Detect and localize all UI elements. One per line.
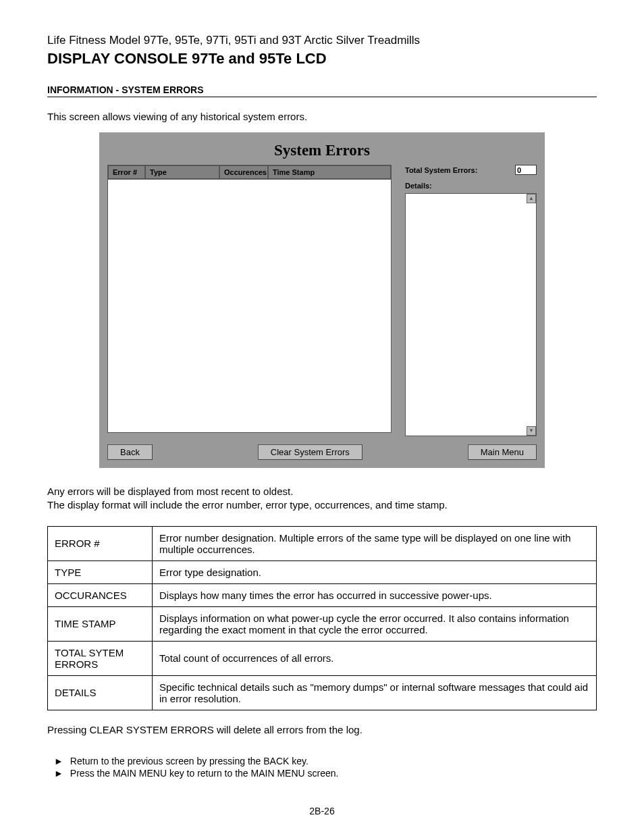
document-title: DISPLAY CONSOLE 97Te and 95Te LCD bbox=[47, 50, 597, 68]
error-list-body bbox=[107, 180, 392, 433]
table-row: TOTAL SYTEM ERRORSTotal count of occurre… bbox=[48, 641, 597, 675]
total-errors-label: Total System Errors: bbox=[405, 166, 477, 174]
definition-desc: Error type designation. bbox=[153, 561, 597, 583]
col-occurences: Occurences bbox=[219, 165, 268, 179]
back-button[interactable]: Back bbox=[107, 444, 153, 460]
definition-desc: Displays information on what power-up cy… bbox=[153, 606, 597, 641]
definition-term: TOTAL SYTEM ERRORS bbox=[48, 641, 153, 675]
definition-term: TYPE bbox=[48, 561, 153, 583]
scroll-down-icon[interactable]: ▼ bbox=[527, 426, 536, 436]
list-item: ►Press the MAIN MENU key to return to th… bbox=[54, 768, 597, 779]
list-item: ►Return to the previous screen by pressi… bbox=[54, 756, 597, 766]
nav-bullets: ►Return to the previous screen by pressi… bbox=[54, 756, 597, 779]
section-header: INFORMATION - SYSTEM ERRORS bbox=[47, 84, 597, 97]
definition-term: DETAILS bbox=[48, 675, 153, 710]
intro-text: This screen allows viewing of any histor… bbox=[47, 111, 597, 122]
arrow-icon: ► bbox=[54, 756, 63, 766]
table-row: DETAILSSpecific technical details such a… bbox=[48, 675, 597, 710]
document-subtitle: Life Fitness Model 97Te, 95Te, 97Ti, 95T… bbox=[47, 34, 597, 47]
arrow-icon: ► bbox=[54, 768, 63, 779]
table-row: TYPEError type designation. bbox=[48, 561, 597, 583]
col-type: Type bbox=[145, 165, 219, 179]
error-table-header: Error # Type Occurences Time Stamp bbox=[107, 165, 392, 180]
page-number: 2B-26 bbox=[47, 806, 597, 816]
definition-desc: Error number designation. Multiple error… bbox=[153, 526, 597, 561]
table-row: ERROR #Error number designation. Multipl… bbox=[48, 526, 597, 561]
table-row: TIME STAMPDisplays information on what p… bbox=[48, 606, 597, 641]
definition-desc: Total count of occurrences of all errors… bbox=[153, 641, 597, 675]
definition-term: ERROR # bbox=[48, 526, 153, 561]
col-time-stamp: Time Stamp bbox=[268, 165, 391, 179]
screen-title: System Errors bbox=[107, 142, 537, 159]
system-errors-screenshot: System Errors Error # Type Occurences Ti… bbox=[99, 132, 545, 468]
clear-errors-button[interactable]: Clear System Errors bbox=[258, 444, 363, 460]
definition-desc: Specific technical details such as "memo… bbox=[153, 675, 597, 710]
definition-desc: Displays how many times the error has oc… bbox=[153, 583, 597, 606]
definition-term: TIME STAMP bbox=[48, 606, 153, 641]
details-box: ▲ ▼ bbox=[405, 193, 537, 436]
post-line-2: The display format will include the erro… bbox=[47, 498, 597, 512]
scroll-up-icon[interactable]: ▲ bbox=[527, 194, 536, 203]
definitions-table: ERROR #Error number designation. Multipl… bbox=[47, 526, 597, 710]
clear-note: Pressing CLEAR SYSTEM ERRORS will delete… bbox=[47, 724, 597, 735]
post-line-1: Any errors will be displayed from most r… bbox=[47, 485, 597, 498]
main-menu-button[interactable]: Main Menu bbox=[468, 444, 537, 460]
col-error-number: Error # bbox=[108, 165, 145, 179]
total-errors-value: 0 bbox=[515, 165, 537, 175]
table-row: OCCURANCESDisplays how many times the er… bbox=[48, 583, 597, 606]
definition-term: OCCURANCES bbox=[48, 583, 153, 606]
details-label: Details: bbox=[405, 182, 537, 190]
